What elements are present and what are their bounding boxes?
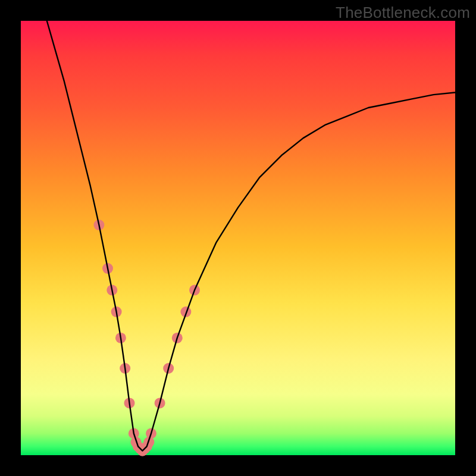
marker-layer bbox=[93, 220, 200, 456]
chart-frame: TheBottleneck.com bbox=[0, 0, 476, 476]
plot-area bbox=[21, 21, 455, 455]
watermark-text: TheBottleneck.com bbox=[336, 4, 470, 22]
curve-svg bbox=[21, 21, 455, 455]
bottleneck-curve bbox=[47, 21, 455, 451]
